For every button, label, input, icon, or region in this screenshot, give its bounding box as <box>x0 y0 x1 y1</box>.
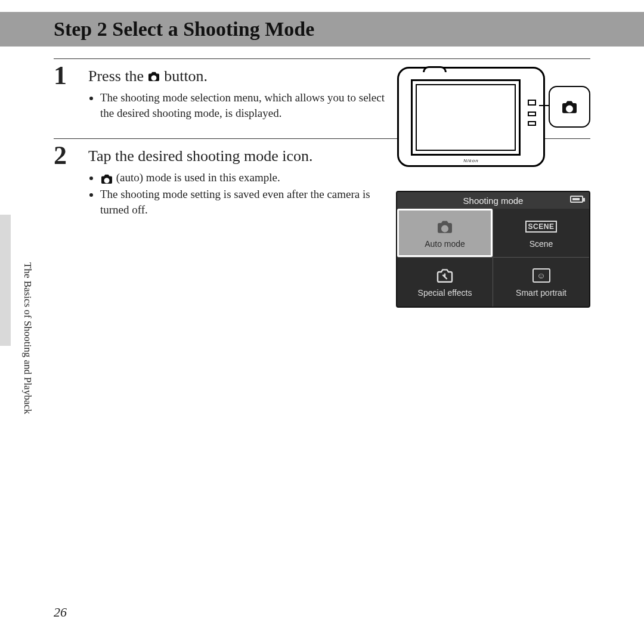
battery-icon <box>570 196 583 203</box>
camera-illustration: Nikon <box>397 63 590 171</box>
step-1-bullet: The shooting mode selection menu, which … <box>100 90 386 120</box>
camera-icon <box>147 71 160 82</box>
divider <box>54 58 590 59</box>
side-tab-strip <box>0 215 11 346</box>
chapter-label: The Basics of Shooting and Playback <box>21 262 33 414</box>
step-number: 2 <box>54 143 78 218</box>
special-effects-icon <box>436 267 454 284</box>
mode-smart-label: Smart portrait <box>516 288 566 298</box>
camera-icon <box>100 174 113 184</box>
mode-auto[interactable]: Auto mode <box>397 209 493 258</box>
mode-smart-portrait[interactable]: ☺ Smart portrait <box>493 258 589 306</box>
mode-auto-label: Auto mode <box>425 239 465 249</box>
scene-icon: SCENE <box>525 218 558 236</box>
shooting-mode-menu: Shooting mode Auto mode SCENE Scene Sp <box>396 191 590 308</box>
step-1-title-before: Press the <box>88 67 144 85</box>
smart-portrait-icon: ☺ <box>532 267 550 284</box>
mode-scene[interactable]: SCENE Scene <box>493 209 589 258</box>
step-title-bar: Step 2 Select a Shooting Mode <box>0 12 644 47</box>
step-2-bullet-auto-text: (auto) mode is used in this example. <box>116 171 280 184</box>
callout-camera-button <box>549 86 590 128</box>
step-2-bullet-auto: (auto) mode is used in this example. <box>100 170 386 185</box>
step-2-bullet-saved: The shooting mode setting is saved even … <box>100 187 386 217</box>
camera-brand: Nikon <box>463 158 478 163</box>
mode-scene-label: Scene <box>530 239 553 249</box>
mode-special-effects[interactable]: Special effects <box>397 258 493 306</box>
page-title: Step 2 Select a Shooting Mode <box>54 18 314 41</box>
mode-special-label: Special effects <box>418 288 472 298</box>
step-1-title-after: button. <box>164 67 208 85</box>
camera-icon <box>436 218 454 236</box>
page-number: 26 <box>54 605 67 620</box>
mode-menu-title: Shooting mode <box>463 196 524 206</box>
step-number: 1 <box>54 63 78 122</box>
